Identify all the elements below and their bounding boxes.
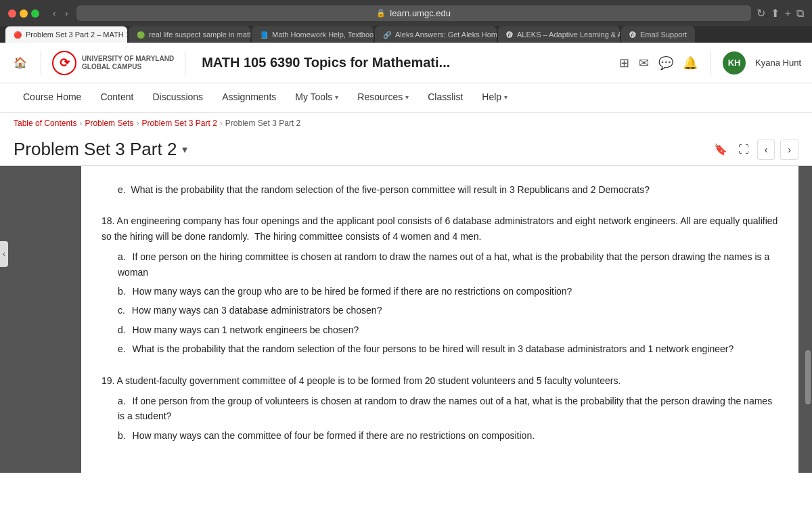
app-header: 🏠 ⟳ University of MarylandGlobal Campus … (0, 43, 812, 83)
tab-favicon-5: 🅐 (506, 31, 513, 39)
grid-icon-button[interactable]: ⊞ (619, 56, 629, 70)
browser-tabs: 🔴 Problem Set 3 Part 2 – MATH 10... 🟢 re… (0, 26, 812, 43)
resources-dropdown-arrow: ▾ (405, 93, 409, 101)
question-18b: How many ways can the group who are to b… (118, 284, 778, 299)
back-button[interactable]: ‹ (50, 7, 58, 20)
tab-5[interactable]: 🅐 ALEKS – Adaptive Learning & A... (498, 26, 620, 43)
help-dropdown-arrow: ▾ (504, 93, 508, 101)
url-text: learn.umgc.edu (390, 8, 451, 18)
tab-favicon-2: 🟢 (137, 31, 145, 39)
lock-icon: 🔒 (376, 9, 386, 18)
question-18a: If one person on the hiring committee is… (118, 249, 778, 280)
header-divider-1 (41, 51, 41, 75)
question-19b-text: How many ways can the committee of four … (133, 430, 535, 441)
logo-area: ⟳ University of MarylandGlobal Campus (52, 51, 174, 75)
question-18d-text: How many ways can 1 network engineers be… (133, 324, 359, 335)
question-19a: If one person from the group of voluntee… (118, 394, 778, 424)
tab-label-6: Email Support (640, 30, 687, 39)
browser-chrome: ‹ › 🔒 learn.umgc.edu ↻ ⬆ + ⧉ (0, 0, 812, 26)
page-header-actions: 🔖 ⛶ ‹ › (711, 140, 798, 160)
question-18d: How many ways can 1 network engineers be… (118, 322, 778, 337)
nav-discussions[interactable]: Discussions (143, 83, 212, 113)
breadcrumb-problem-set-3-part-2-link[interactable]: Problem Set 3 Part 2 (141, 119, 217, 128)
tab-favicon-3: 📘 (260, 31, 268, 39)
bookmark-icon-button[interactable]: 🔖 (711, 140, 730, 158)
header-divider-2 (185, 51, 185, 75)
question-19a-text: If one person from the group of voluntee… (118, 396, 772, 421)
tab-favicon-4: 🔗 (383, 31, 391, 39)
nav-resources[interactable]: Resources ▾ (348, 83, 418, 113)
mail-icon-button[interactable]: ✉ (639, 56, 649, 70)
question-e-content: e. What is the probability that the rand… (118, 184, 650, 195)
tab-favicon-1: 🔴 (14, 31, 22, 39)
question-block-e: e. What is the probability that the rand… (102, 182, 778, 197)
tab-label-1: Problem Set 3 Part 2 – MATH 10... (26, 30, 127, 39)
header-title: MATH 105 6390 Topics for Mathemati... (202, 55, 611, 70)
next-page-button[interactable]: › (780, 140, 798, 160)
prev-page-button[interactable]: ‹ (757, 140, 775, 160)
question-18c-text: How many ways can 3 database administrat… (132, 305, 382, 316)
nav-assignments[interactable]: Assignments (212, 83, 286, 113)
tab-label-3: Math Homework Help, Textboo... (272, 30, 374, 39)
tab-2[interactable]: 🟢 real life suspect sample in math... (129, 26, 250, 43)
tab-label-4: Aleks Answers: Get Aleks Home... (395, 30, 497, 39)
fullscreen-icon-button[interactable]: ⛶ (736, 141, 752, 158)
question-e-text: e. What is the probability that the rand… (118, 182, 778, 197)
tab-3[interactable]: 📘 Math Homework Help, Textboo... (252, 26, 374, 43)
question-18-intro: 18. An engineering company has four open… (102, 213, 778, 244)
close-window-button[interactable] (8, 9, 16, 18)
maximize-window-button[interactable] (31, 9, 39, 18)
breadcrumb-current: Problem Set 3 Part 2 (225, 119, 300, 128)
breadcrumb-sep-1: › (79, 119, 82, 128)
right-decoration-bar (798, 166, 812, 473)
nav-classlist[interactable]: Classlist (418, 83, 472, 113)
share-button[interactable]: ⬆ (771, 7, 780, 20)
content-body: ‹ e. What is the probability that the ra… (0, 166, 812, 473)
nav-help[interactable]: Help ▾ (472, 83, 517, 113)
browser-nav: ‹ › (50, 7, 71, 20)
chat-icon-button[interactable]: 💬 (658, 56, 673, 70)
page-header: Problem Set 3 Part 2 ▾ 🔖 ⛶ ‹ › (0, 133, 812, 166)
sidebar-toggle-button[interactable]: ‹ (0, 241, 8, 267)
question-19b: How many ways can the committee of four … (118, 428, 778, 443)
left-decoration-bar (0, 166, 81, 473)
page-title-dropdown-button[interactable]: ▾ (182, 143, 187, 156)
page-title-row: Problem Set 3 Part 2 ▾ (14, 139, 187, 160)
minimize-window-button[interactable] (20, 9, 28, 18)
browser-window-controls[interactable] (8, 9, 39, 18)
header-icons: ⊞ ✉ 💬 🔔 KH Kyana Hunt (619, 51, 801, 75)
tab-favicon-6: 🅐 (629, 31, 636, 39)
breadcrumb-problem-sets[interactable]: Problem Sets (85, 119, 133, 128)
tab-4[interactable]: 🔗 Aleks Answers: Get Aleks Home... (375, 26, 497, 43)
logo-image: ⟳ (52, 51, 76, 75)
breadcrumb-sep-3: › (220, 119, 223, 128)
more-button[interactable]: ⧉ (796, 7, 804, 20)
nav-content[interactable]: Content (91, 83, 143, 113)
breadcrumb-table-of-contents[interactable]: Table of Contents (14, 119, 76, 128)
browser-action-buttons: ↻ ⬆ + ⧉ (757, 7, 804, 20)
add-tab-button[interactable]: + (785, 7, 791, 20)
reload-button[interactable]: ↻ (757, 7, 765, 20)
tab-6[interactable]: 🅐 Email Support (621, 26, 695, 43)
question-block-19: 19. A student-faculty government committ… (102, 373, 778, 444)
scroll-thumb[interactable] (805, 350, 811, 404)
question-18a-text: If one person on the hiring committee is… (118, 251, 769, 277)
header-divider-3 (710, 51, 710, 75)
address-bar[interactable]: 🔒 learn.umgc.edu (76, 5, 751, 21)
forward-button[interactable]: › (62, 7, 70, 20)
page-title: Problem Set 3 Part 2 (14, 139, 177, 160)
home-button[interactable]: 🏠 (11, 54, 30, 72)
nav-course-home[interactable]: Course Home (14, 83, 91, 113)
user-name: Kyana Hunt (755, 58, 801, 68)
question-18b-text: How many ways can the group who are to b… (133, 286, 572, 297)
user-avatar[interactable]: KH (723, 51, 746, 75)
breadcrumb-sep-2: › (136, 119, 139, 128)
bell-icon-button[interactable]: 🔔 (683, 56, 698, 70)
tab-active[interactable]: 🔴 Problem Set 3 Part 2 – MATH 10... (5, 26, 127, 43)
tab-label-5: ALEKS – Adaptive Learning & A... (517, 30, 620, 39)
nav-my-tools[interactable]: My Tools ▾ (286, 83, 348, 113)
question-18e-text: What is the probability that the random … (133, 343, 734, 354)
logo-text: University of MarylandGlobal Campus (82, 55, 174, 71)
question-19-intro: 19. A student-faculty government committ… (102, 373, 778, 388)
question-18c: How many ways can 3 database administrat… (118, 303, 778, 318)
